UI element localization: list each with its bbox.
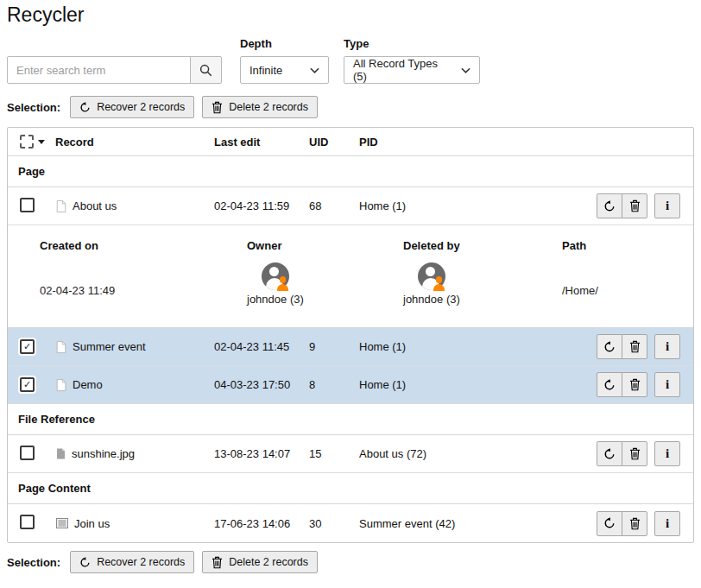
record-cell: Demo	[55, 378, 214, 392]
type-select-value: All Record Types (5)	[353, 57, 454, 83]
recover-record-button[interactable]	[597, 441, 622, 466]
record-last-edit: 17-06-23 14:06	[214, 517, 309, 530]
detail-created-on: Created on 02-04-23 11:49	[40, 239, 247, 315]
detail-owner: Owner johndoe (3)	[247, 239, 403, 315]
select-all-dropdown[interactable]	[20, 135, 55, 149]
row-checkbox-cell: ✓	[20, 446, 55, 463]
detail-deleted-by-label: Deleted by	[403, 239, 562, 252]
table-row[interactable]: ✓ About us 02-04-23 11:59 68 Home (1)	[8, 187, 693, 225]
delete-record-button[interactable]	[622, 193, 647, 218]
checkmark-icon: ✓	[23, 342, 31, 351]
recover-record-button[interactable]	[597, 334, 622, 359]
column-header-uid: UID	[309, 136, 359, 149]
row-checkbox[interactable]: ✓	[20, 446, 35, 460]
record-info-button[interactable]: i	[654, 511, 680, 536]
delete-record-button[interactable]	[622, 511, 647, 536]
group-label: Page Content	[18, 482, 91, 495]
search-input[interactable]	[7, 56, 191, 84]
page-title: Recycler	[7, 3, 694, 27]
record-cell: sunshine.jpg	[55, 447, 214, 460]
row-actions: i	[570, 441, 680, 466]
record-type-icon	[55, 199, 67, 213]
trash-icon	[212, 556, 223, 569]
recover-record-button[interactable]	[597, 511, 622, 536]
delete-selection-button[interactable]: Delete 2 records	[202, 96, 318, 118]
chevron-down-icon	[310, 67, 319, 73]
recover-selection-button[interactable]: Recover 2 records	[70, 551, 194, 573]
recover-selection-button[interactable]: Recover 2 records	[70, 96, 194, 118]
selection-label: Selection:	[7, 101, 60, 114]
delete-selection-button[interactable]: Delete 2 records	[202, 551, 318, 573]
recover-record-button[interactable]	[597, 372, 622, 397]
search-icon	[199, 64, 212, 77]
caret-down-icon	[38, 140, 45, 144]
chevron-down-icon	[461, 67, 470, 73]
record-pid: Home (1)	[359, 378, 570, 391]
record-title: sunshine.jpg	[72, 447, 135, 460]
column-header-last-edit: Last edit	[214, 136, 309, 149]
trash-icon	[629, 378, 641, 391]
row-checkbox-cell: ✓	[20, 515, 55, 532]
record-type-icon	[55, 378, 67, 392]
record-title: Summer event	[73, 340, 146, 353]
row-actions: i	[570, 511, 680, 536]
record-title: About us	[73, 199, 117, 212]
table-row[interactable]: ✓ sunshine.jpg 13-08-23 14:07 15 About u…	[8, 435, 693, 473]
select-all-checkbox[interactable]	[20, 135, 34, 149]
search-button[interactable]	[190, 56, 222, 84]
recover-icon	[603, 517, 616, 529]
row-checkbox[interactable]: ✓	[20, 198, 35, 212]
recover-icon	[603, 200, 616, 212]
record-uid: 15	[309, 447, 359, 460]
recover-icon	[79, 102, 91, 113]
group-header-row: Page	[8, 156, 693, 187]
recover-icon	[79, 557, 91, 568]
delete-selection-label: Delete 2 records	[229, 556, 308, 568]
type-select[interactable]: All Record Types (5)	[344, 56, 480, 84]
depth-select[interactable]: Infinite	[240, 56, 329, 84]
detail-created-on-label: Created on	[40, 239, 247, 252]
delete-record-button[interactable]	[622, 334, 647, 359]
detail-path-value: /Home/	[562, 284, 680, 297]
delete-record-button[interactable]	[622, 372, 647, 397]
table-header-row: Record Last edit UID PID	[8, 128, 693, 156]
row-checkbox[interactable]: ✓	[20, 377, 35, 392]
table-row[interactable]: ✓ Demo 04-03-23 17:50 8 Home (1)	[8, 366, 693, 404]
record-detail-row: Created on 02-04-23 11:49 Owner johndoe …	[8, 225, 693, 328]
depth-label: Depth	[240, 37, 272, 50]
recover-selection-label: Recover 2 records	[97, 101, 185, 113]
record-pid: About us (72)	[359, 447, 570, 460]
record-pid: Summer event (42)	[359, 517, 570, 530]
record-info-button[interactable]: i	[654, 193, 680, 218]
trash-icon	[629, 199, 641, 212]
deleted-by-avatar	[418, 262, 445, 290]
record-info-button[interactable]: i	[654, 372, 680, 397]
user-overlay-icon	[433, 276, 445, 291]
record-uid: 68	[309, 199, 359, 212]
trash-icon	[629, 517, 641, 530]
row-checkbox[interactable]: ✓	[20, 339, 35, 354]
group-header-row: File Reference	[8, 404, 693, 435]
recover-icon	[603, 379, 616, 391]
row-checkbox-cell: ✓	[20, 339, 55, 354]
row-checkbox-cell: ✓	[20, 377, 55, 392]
record-uid: 9	[309, 340, 359, 353]
trash-icon	[629, 447, 641, 460]
group-label: File Reference	[18, 413, 95, 426]
row-checkbox[interactable]: ✓	[20, 515, 35, 529]
selection-bar-top: Selection: Recover 2 records Delete 2 re…	[7, 96, 694, 118]
table-row[interactable]: ✓ Summer event 02-04-23 11:45 9 Home (1)	[8, 328, 693, 366]
group-header-row: Page Content	[8, 473, 693, 504]
search-group	[7, 56, 222, 84]
record-info-button[interactable]: i	[654, 441, 680, 466]
detail-owner-label: Owner	[247, 239, 403, 252]
detail-path-label: Path	[562, 239, 680, 252]
depth-select-value: Infinite	[249, 64, 282, 77]
table-row[interactable]: ✓ Join us 17-06-23 14:06 30 Summer event…	[8, 504, 693, 542]
delete-record-button[interactable]	[622, 441, 647, 466]
record-info-button[interactable]: i	[654, 334, 680, 359]
column-header-record: Record	[55, 136, 214, 149]
record-uid: 8	[309, 378, 359, 391]
trash-icon	[629, 340, 641, 353]
recover-record-button[interactable]	[597, 193, 622, 218]
